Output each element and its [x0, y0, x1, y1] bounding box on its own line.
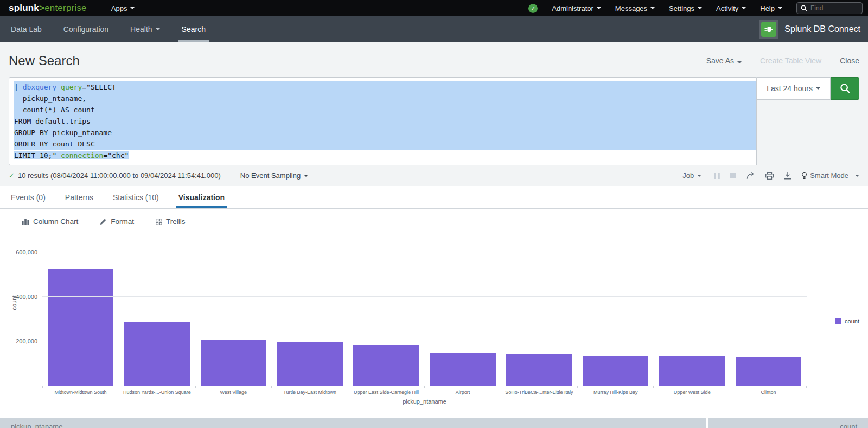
bar-4[interactable] — [277, 342, 343, 386]
chart-plot: 200,000400,000600,000 — [42, 241, 807, 386]
bar-5[interactable] — [353, 345, 419, 386]
close-button[interactable]: Close — [840, 56, 859, 65]
legend-swatch — [835, 318, 841, 324]
search-mode-menu[interactable]: Smart Mode — [802, 171, 859, 180]
chevron-down-icon — [855, 175, 859, 177]
x-category-label: Hudson Yards-...-Union Square — [119, 389, 195, 395]
chevron-down-icon — [304, 175, 308, 177]
x-axis-ticks — [42, 386, 807, 388]
x-category-label: Airport — [425, 389, 501, 395]
bar-cell — [501, 241, 577, 386]
time-range-picker[interactable]: Last 24 hours — [757, 77, 831, 100]
column-header-pickup-ntaname[interactable]: pickup_ntaname — [0, 418, 706, 428]
activity-menu[interactable]: Activity — [716, 4, 746, 12]
chevron-down-icon — [742, 7, 746, 9]
check-icon: ✓ — [531, 5, 535, 11]
active-tab-underline — [176, 206, 227, 208]
search-icon — [801, 5, 807, 11]
trellis-button[interactable]: Trellis — [156, 218, 186, 226]
search-button[interactable] — [831, 77, 859, 100]
export-button[interactable] — [784, 172, 792, 180]
help-menu[interactable]: Help — [760, 4, 782, 12]
tab-visualization[interactable]: Visualization — [176, 186, 227, 208]
job-menu[interactable]: Job — [682, 171, 701, 180]
tab-statistics[interactable]: Statistics (10) — [111, 186, 161, 208]
save-as-button[interactable]: Save As — [706, 56, 742, 65]
lightbulb-icon — [802, 172, 807, 180]
print-icon — [765, 172, 774, 180]
y-tick-label: 200,000 — [16, 338, 37, 344]
y-tick-label: 600,000 — [16, 249, 37, 255]
x-category-label: Midtown-Midtown South — [42, 389, 119, 395]
bar-1[interactable] — [48, 269, 113, 386]
axis-tick — [195, 386, 196, 388]
gridline — [42, 296, 807, 297]
axis-tick — [348, 386, 348, 388]
app-nav-bar: Data Lab Configuration Health Search Spl… — [0, 16, 868, 42]
nav-data-lab[interactable]: Data Lab — [0, 16, 53, 42]
chart-type-picker[interactable]: Column Chart — [22, 218, 78, 226]
column-header-count[interactable]: count — [708, 418, 868, 428]
apps-menu[interactable]: Apps — [111, 4, 135, 12]
settings-menu[interactable]: Settings — [669, 4, 702, 12]
x-category-label: Clinton — [730, 389, 807, 395]
event-sampling-menu[interactable]: No Event Sampling — [240, 171, 308, 180]
x-category-label: West Village — [195, 389, 272, 395]
bar-10[interactable] — [736, 357, 801, 386]
search-query-input[interactable]: | dbxquery query="SELECT pickup_ntaname,… — [9, 77, 757, 165]
stop-button[interactable] — [730, 173, 736, 178]
x-category-label: Turtle Bay-East Midtown — [272, 389, 348, 395]
bar-9[interactable] — [659, 356, 725, 386]
app-identity[interactable]: Splunk DB Connect — [760, 20, 860, 39]
chevron-down-icon — [698, 7, 702, 9]
administrator-menu[interactable]: Administrator — [552, 4, 601, 12]
chevron-down-icon — [130, 7, 135, 9]
find-input[interactable] — [810, 4, 857, 12]
top-bar: splunk>enterprise Apps ✓ Administrator M… — [0, 0, 868, 16]
nav-configuration[interactable]: Configuration — [53, 16, 119, 42]
search-icon — [840, 83, 851, 94]
nav-health[interactable]: Health — [119, 16, 170, 42]
bar-cell — [654, 241, 730, 386]
x-axis-title: pickup_ntaname — [42, 398, 807, 405]
chevron-down-icon — [737, 61, 742, 63]
bar-2[interactable] — [124, 322, 190, 386]
column-chart-icon — [22, 219, 29, 225]
bar-7[interactable] — [506, 354, 572, 386]
share-button[interactable] — [746, 172, 755, 179]
bar-cell — [272, 241, 348, 386]
print-button[interactable] — [765, 172, 774, 180]
x-category-label: Upper East Side-Carnegie Hill — [348, 389, 425, 395]
bar-6[interactable] — [430, 353, 495, 386]
app-name: Splunk DB Connect — [784, 24, 860, 34]
bar-cell — [348, 241, 425, 386]
x-axis-labels: Midtown-Midtown SouthHudson Yards-...-Un… — [42, 389, 807, 395]
column-chart: count 200,000400,000600,000 Midtown-Midt… — [9, 235, 859, 407]
format-button[interactable]: Format — [100, 218, 134, 226]
axis-tick — [42, 386, 43, 388]
pause-button[interactable] — [714, 173, 720, 179]
query-line: GROUP BY pickup_ntaname — [14, 127, 756, 138]
bar-cell — [42, 241, 119, 386]
legend-item-count[interactable]: count — [835, 318, 859, 324]
share-icon — [746, 172, 755, 179]
stop-icon — [730, 173, 736, 178]
tab-events[interactable]: Events (0) — [9, 186, 48, 208]
search-header-zone: New Search Save As Create Table View Clo… — [0, 42, 868, 186]
pencil-icon — [100, 218, 107, 225]
messages-menu[interactable]: Messages — [615, 4, 655, 12]
bar-8[interactable] — [583, 356, 648, 386]
trellis-grid-icon — [156, 219, 162, 225]
bar-3[interactable] — [201, 340, 266, 386]
splunk-logo[interactable]: splunk>enterprise — [9, 3, 87, 14]
axis-tick — [119, 386, 119, 388]
axis-tick — [653, 386, 654, 388]
chart-bars — [42, 241, 807, 386]
tab-patterns[interactable]: Patterns — [63, 186, 95, 208]
find-search-box[interactable] — [796, 2, 863, 14]
viz-toolbar: Column Chart Format Trellis — [0, 209, 868, 231]
nav-search[interactable]: Search — [171, 16, 216, 42]
page-title: New Search — [9, 53, 80, 68]
active-nav-underline — [178, 40, 209, 42]
health-status-icon[interactable]: ✓ — [528, 4, 538, 13]
